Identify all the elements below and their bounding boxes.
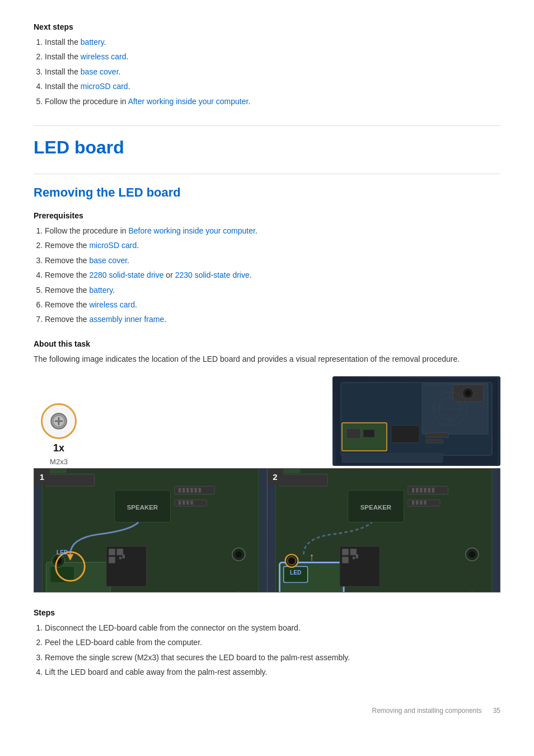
svg-rect-29 [182, 488, 185, 493]
step-images-row: 1 SPEAKER [34, 468, 500, 592]
step-2-badge: 2 [268, 469, 283, 484]
svg-rect-43 [117, 549, 123, 555]
remove-2280-ssd-link[interactable]: 2280 solid-state drive [89, 270, 163, 279]
svg-rect-85 [279, 474, 327, 486]
svg-rect-12 [391, 426, 419, 442]
remove-base-cover-link[interactable]: base cover [89, 256, 127, 265]
svg-rect-68 [432, 488, 434, 493]
steps-list: Disconnect the LED-board cable from the … [34, 622, 500, 679]
laptop-overview-svg [335, 378, 498, 465]
svg-rect-36 [182, 501, 185, 505]
base-cover-link[interactable]: base cover [81, 67, 119, 76]
svg-rect-71 [416, 501, 418, 505]
step-1-image: 1 SPEAKER [34, 468, 268, 592]
screw-icon [49, 411, 69, 431]
svg-rect-30 [186, 488, 189, 493]
svg-point-55 [236, 551, 242, 557]
screw-type: M2x3 [50, 458, 68, 466]
footer-section-label: Removing and installing components [372, 707, 482, 715]
list-item: Install the wireless card. [45, 50, 500, 63]
microsd-card-link[interactable]: microSD card [81, 82, 128, 91]
footer: Removing and installing components 35 [34, 701, 500, 715]
prerequisites-list: Follow the procedure in Before working i… [34, 225, 500, 326]
footer-text: Removing and installing components 35 [372, 707, 501, 715]
svg-text:↑: ↑ [308, 551, 314, 563]
svg-rect-77 [342, 549, 348, 555]
svg-rect-66 [424, 488, 426, 493]
svg-point-83 [287, 557, 295, 564]
svg-rect-31 [190, 488, 193, 493]
svg-rect-81 [355, 554, 358, 558]
list-item: Remove the single screw (M2x3) that secu… [45, 651, 500, 664]
svg-rect-38 [190, 501, 193, 505]
laptop-placeholder [332, 376, 500, 466]
svg-rect-46 [123, 554, 125, 558]
svg-rect-28 [179, 488, 181, 493]
battery-link[interactable]: battery [81, 38, 104, 46]
remove-2230-ssd-link[interactable]: 2230 solid-state drive [175, 270, 250, 279]
wireless-card-link[interactable]: wireless card [81, 52, 127, 61]
remove-wireless-link[interactable]: wireless card [89, 300, 135, 309]
next-steps-list: Install the battery. Install the wireles… [34, 36, 500, 108]
steps-heading: Steps [34, 608, 500, 617]
about-task-section: About this task The following image indi… [34, 339, 500, 365]
screw-count: 1x [53, 442, 64, 454]
laptop-overview-image [332, 376, 500, 466]
svg-rect-32 [195, 488, 197, 493]
svg-rect-70 [411, 501, 414, 505]
section-divider-2 [34, 174, 500, 174]
list-item: Disconnect the LED-board cable from the … [45, 622, 500, 634]
svg-rect-79 [342, 557, 348, 563]
list-item: Remove the wireless card. [45, 298, 500, 311]
step-2-image: 2 SPEAKER [268, 468, 501, 592]
footer-page-number: 35 [493, 707, 500, 715]
svg-rect-52 [46, 474, 94, 486]
svg-rect-13 [346, 428, 360, 438]
section-divider [34, 125, 500, 126]
svg-text:LED: LED [57, 549, 68, 556]
list-item: Follow the procedure in After working in… [45, 95, 500, 108]
led-board-title: LED board [34, 137, 500, 162]
svg-rect-80 [352, 557, 354, 559]
list-item: Remove the base cover. [45, 254, 500, 267]
svg-rect-72 [420, 501, 422, 505]
svg-text:LED: LED [290, 570, 301, 576]
next-steps-section: Next steps Install the battery. Install … [34, 22, 500, 108]
svg-rect-14 [363, 430, 374, 437]
svg-point-89 [469, 551, 475, 557]
svg-rect-78 [350, 549, 356, 555]
list-item: Peel the LED-board cable from the comput… [45, 636, 500, 648]
pcb-image-1: SPEAKER [34, 469, 267, 592]
svg-point-10 [465, 390, 471, 396]
steps-section: Steps Disconnect the LED-board cable fro… [34, 608, 500, 679]
after-working-link[interactable]: After working inside your computer [128, 97, 249, 106]
svg-rect-64 [416, 488, 418, 493]
svg-rect-45 [119, 557, 121, 559]
svg-rect-67 [428, 488, 430, 493]
pcb-svg-2: SPEAKER [268, 469, 500, 592]
svg-rect-63 [411, 488, 414, 493]
list-item: Remove the 2280 solid-state drive or 223… [45, 269, 500, 281]
list-item: Remove the microSD card. [45, 239, 500, 251]
svg-rect-17 [342, 454, 443, 463]
svg-rect-44 [109, 557, 115, 563]
removing-led-board-title: Removing the LED board [34, 185, 500, 200]
svg-rect-33 [199, 488, 201, 493]
svg-rect-42 [109, 549, 115, 555]
about-task-text: The following image indicates the locati… [34, 353, 500, 365]
step-1-badge: 1 [34, 469, 50, 484]
list-item: Follow the procedure in Before working i… [45, 225, 500, 237]
remove-inner-frame-link[interactable]: assembly inner frame [89, 315, 164, 324]
list-item: Install the battery. [45, 36, 500, 48]
prerequisites-section: Prerequisites Follow the procedure in Be… [34, 211, 500, 326]
list-item: Remove the battery. [45, 284, 500, 296]
svg-rect-16 [426, 440, 443, 443]
remove-microsd-link[interactable]: microSD card [89, 241, 137, 250]
before-working-link[interactable]: Before working inside your computer [128, 226, 255, 235]
svg-rect-15 [426, 433, 448, 437]
svg-rect-37 [186, 501, 189, 505]
list-item: Remove the assembly inner frame. [45, 313, 500, 325]
list-item: Install the base cover. [45, 66, 500, 78]
remove-battery-link[interactable]: battery [89, 286, 113, 295]
pcb-image-2: SPEAKER [268, 469, 500, 592]
